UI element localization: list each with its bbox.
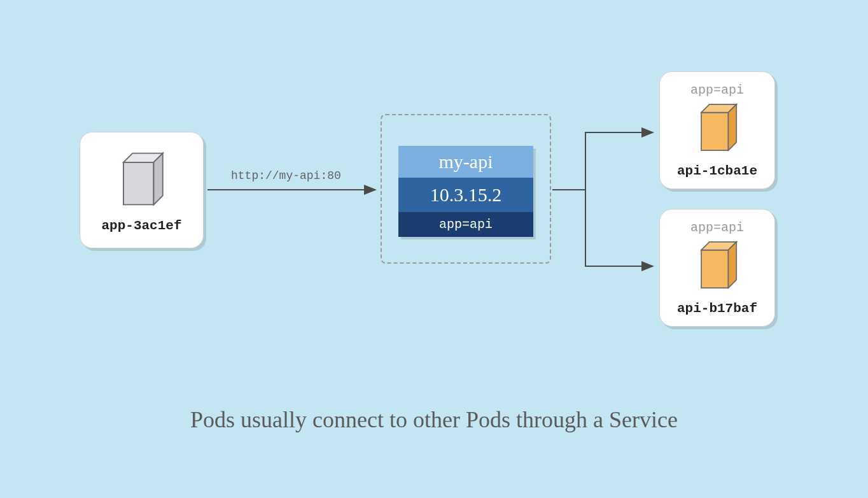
service-name: my-api — [398, 146, 533, 178]
request-url-label: http://my-api:80 — [231, 169, 341, 182]
svg-marker-3 — [701, 112, 729, 150]
svg-marker-2 — [154, 153, 163, 205]
target-pod-2: app=api api-b17baf — [659, 209, 775, 327]
cube-icon — [111, 147, 172, 213]
target-pod-1-selector: app=api — [690, 83, 744, 97]
cube-icon — [690, 236, 745, 296]
source-pod-name: app-3ac1ef — [101, 218, 181, 233]
diagram-caption: Pods usually connect to other Pods throu… — [0, 406, 868, 433]
cube-icon — [690, 99, 745, 159]
target-pod-1: app=api api-1cba1e — [659, 71, 775, 189]
svg-marker-5 — [728, 104, 736, 150]
target-pod-1-name: api-1cba1e — [677, 164, 757, 178]
target-pod-2-selector: app=api — [690, 220, 744, 235]
source-pod: app-3ac1ef — [80, 132, 204, 248]
target-pod-2-name: api-b17baf — [677, 301, 757, 316]
service-selector: app=api — [398, 212, 533, 237]
service-card: my-api 10.3.15.2 app=api — [398, 146, 533, 237]
service-ip: 10.3.15.2 — [398, 178, 533, 212]
svg-marker-0 — [123, 162, 154, 205]
svg-marker-8 — [728, 241, 736, 287]
svg-marker-6 — [701, 250, 729, 288]
